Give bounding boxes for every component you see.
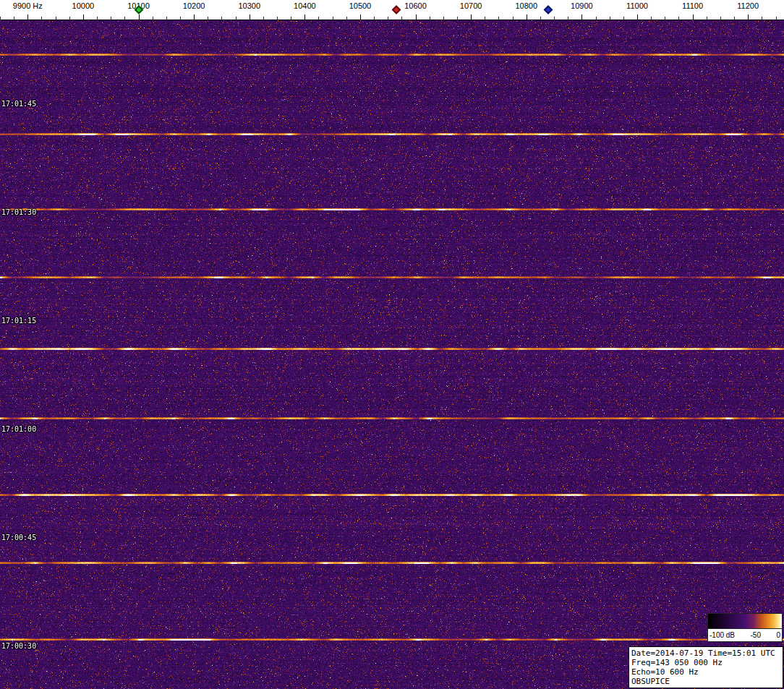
freq-tick-label: 10300 [238,1,260,10]
freq-tick-minor [734,17,735,20]
freq-tick-minor [208,17,208,20]
observation-info-box: Date=2014-07-19 Time=15:01 UTC Freq=143 … [629,646,783,688]
freq-tick-label: 11000 [626,1,648,10]
freq-tick-minor [166,17,167,20]
info-echo: Echo=10 600 Hz [631,667,780,677]
freq-tick-major [194,14,195,20]
freq-tick-minor [277,17,278,20]
freq-tick-minor [596,17,597,20]
freq-tick-minor [554,17,555,20]
freq-tick-minor [485,17,485,20]
freq-tick-minor [762,17,762,20]
freq-tick-minor [665,17,665,20]
freq-tick-major [527,14,527,20]
freq-tick-minor [153,17,153,20]
freq-tick-minor [318,17,319,20]
freq-tick-minor [610,17,610,20]
freq-tick-minor [374,17,375,20]
freq-tick-major [304,14,305,20]
freq-tick-major [250,14,250,20]
freq-tick-minor [707,17,707,20]
waterfall-canvas[interactable] [0,20,784,689]
freq-tick-minor [346,17,347,20]
freq-tick-minor [443,17,444,20]
freq-tick-major [27,14,28,20]
freq-tick-minor [401,17,402,20]
freq-tick-major [581,14,582,20]
freq-tick-major [693,14,694,20]
freq-tick-minor [221,17,222,20]
freq-tick-minor [568,17,568,20]
freq-tick-minor [430,17,430,20]
marker-blue[interactable] [544,5,553,14]
freq-tick-label: 10800 [515,1,537,10]
freq-tick-major [471,14,472,20]
freq-tick-minor [41,17,42,20]
freq-tick-major [748,14,749,20]
freq-tick-label: 10500 [349,1,372,10]
freq-tick-minor [776,17,777,20]
freq-tick-label: 10700 [460,1,482,10]
freq-tick-minor [540,17,541,20]
freq-tick-label: 10000 [72,1,95,10]
freq-tick-minor [111,17,111,20]
freq-tick-label: 10200 [183,1,205,10]
freq-tick-minor [513,17,514,20]
freq-tick-label: 9900 Hz [13,1,43,10]
freq-tick-label: 10400 [294,1,316,10]
freq-tick-major [416,14,417,20]
freq-tick-label: 11100 [682,1,703,10]
freq-tick-minor [97,17,98,20]
legend-label-min: -100 dB [710,631,735,639]
freq-tick-major [360,14,361,20]
legend-label-max: 0 [776,631,780,639]
freq-tick-minor [457,17,458,20]
freq-tick-major [637,14,638,20]
marker-red[interactable] [391,5,401,14]
freq-tick-label: 10900 [571,1,593,10]
freq-tick-minor [623,17,624,20]
info-date-time: Date=2014-07-19 Time=15:01 UTC [631,649,780,658]
info-station: OBSUPICE [631,677,780,686]
freq-tick-minor [333,17,333,20]
freq-tick-label: 11200 [737,1,759,10]
freq-tick-minor [678,17,679,20]
info-frequency: Freq=143 050 000 Hz [631,658,780,667]
legend-label-row: -100 dB -50 0 [708,629,782,641]
frequency-ruler[interactable]: 9900 Hz100001010010200103001040010500106… [0,0,784,20]
freq-tick-minor [124,17,125,20]
freq-tick-minor [263,17,264,20]
spectrogram-window: 9900 Hz100001010010200103001040010500106… [0,0,784,689]
freq-tick-label: 10600 [404,1,427,10]
freq-tick-minor [56,17,56,20]
freq-tick-minor [236,17,237,20]
freq-tick-minor [291,17,291,20]
intensity-legend: -100 dB -50 0 [707,613,783,642]
freq-tick-minor [69,17,70,20]
freq-tick-minor [498,17,499,20]
colormap-gradient [708,614,782,629]
freq-tick-minor [720,17,721,20]
legend-label-mid: -50 [751,631,761,639]
freq-tick-minor [0,17,1,20]
freq-tick-minor [651,17,652,20]
freq-tick-minor [388,17,388,20]
freq-tick-minor [14,17,14,20]
freq-tick-minor [180,17,181,20]
freq-tick-major [139,14,140,20]
freq-tick-major [83,14,84,20]
